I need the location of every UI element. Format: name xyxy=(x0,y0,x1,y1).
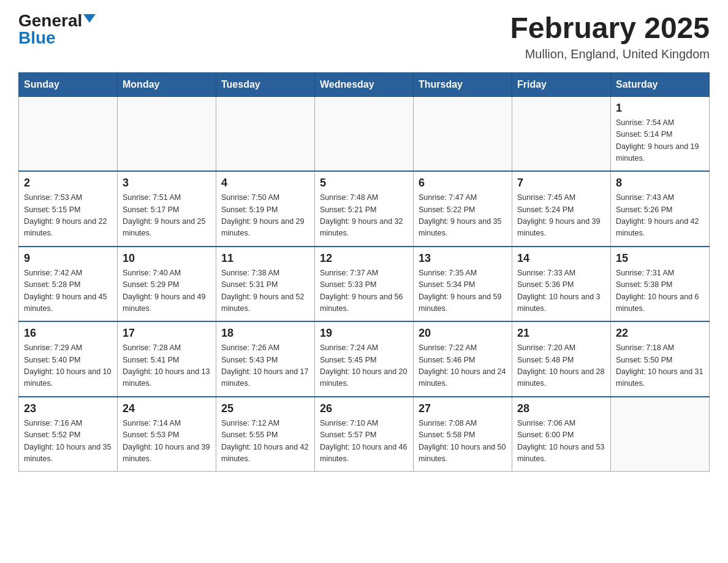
calendar-day-cell: 18Sunrise: 7:26 AMSunset: 5:43 PMDayligh… xyxy=(216,321,315,397)
day-number: 6 xyxy=(419,177,507,190)
day-number: 1 xyxy=(616,102,704,115)
day-number: 13 xyxy=(419,252,507,265)
calendar-day-cell: 3Sunrise: 7:51 AMSunset: 5:17 PMDaylight… xyxy=(118,171,216,247)
calendar-day-cell xyxy=(19,96,118,171)
day-info: Sunrise: 7:29 AMSunset: 5:40 PMDaylight:… xyxy=(24,342,112,390)
calendar-day-cell: 19Sunrise: 7:24 AMSunset: 5:45 PMDayligh… xyxy=(315,321,414,397)
calendar-week-row: 23Sunrise: 7:16 AMSunset: 5:52 PMDayligh… xyxy=(19,397,710,472)
header-monday: Monday xyxy=(118,72,216,96)
day-info: Sunrise: 7:37 AMSunset: 5:33 PMDaylight:… xyxy=(320,267,408,315)
day-number: 24 xyxy=(123,402,211,415)
day-info: Sunrise: 7:28 AMSunset: 5:41 PMDaylight:… xyxy=(123,342,211,390)
calendar-day-cell: 25Sunrise: 7:12 AMSunset: 5:55 PMDayligh… xyxy=(216,397,315,472)
logo-arrow-icon xyxy=(83,14,96,23)
calendar-day-cell: 15Sunrise: 7:31 AMSunset: 5:38 PMDayligh… xyxy=(611,247,710,322)
calendar-day-cell: 14Sunrise: 7:33 AMSunset: 5:36 PMDayligh… xyxy=(512,247,611,322)
day-info: Sunrise: 7:33 AMSunset: 5:36 PMDaylight:… xyxy=(517,267,605,315)
day-number: 18 xyxy=(221,327,309,340)
calendar-day-cell: 28Sunrise: 7:06 AMSunset: 6:00 PMDayligh… xyxy=(512,397,611,472)
calendar-day-cell: 21Sunrise: 7:20 AMSunset: 5:48 PMDayligh… xyxy=(512,321,611,397)
day-number: 17 xyxy=(123,327,211,340)
day-info: Sunrise: 7:54 AMSunset: 5:14 PMDaylight:… xyxy=(616,117,704,165)
calendar-day-cell: 2Sunrise: 7:53 AMSunset: 5:15 PMDaylight… xyxy=(19,171,118,247)
calendar-day-cell: 12Sunrise: 7:37 AMSunset: 5:33 PMDayligh… xyxy=(315,247,414,322)
day-info: Sunrise: 7:53 AMSunset: 5:15 PMDaylight:… xyxy=(24,192,112,240)
day-number: 19 xyxy=(320,327,408,340)
calendar-day-cell: 13Sunrise: 7:35 AMSunset: 5:34 PMDayligh… xyxy=(414,247,512,322)
calendar-day-cell xyxy=(512,96,611,171)
day-info: Sunrise: 7:31 AMSunset: 5:38 PMDaylight:… xyxy=(616,267,704,315)
calendar-week-row: 9Sunrise: 7:42 AMSunset: 5:28 PMDaylight… xyxy=(19,247,710,322)
day-number: 8 xyxy=(616,177,704,190)
calendar-subtitle: Mullion, England, United Kingdom xyxy=(510,47,710,61)
day-info: Sunrise: 7:22 AMSunset: 5:46 PMDaylight:… xyxy=(419,342,507,390)
day-number: 22 xyxy=(616,327,704,340)
header-sunday: Sunday xyxy=(19,72,118,96)
header-friday: Friday xyxy=(512,72,611,96)
weekday-header-row: Sunday Monday Tuesday Wednesday Thursday… xyxy=(19,72,710,96)
day-info: Sunrise: 7:42 AMSunset: 5:28 PMDaylight:… xyxy=(24,267,112,315)
calendar-day-cell: 1Sunrise: 7:54 AMSunset: 5:14 PMDaylight… xyxy=(611,96,710,171)
day-number: 10 xyxy=(123,252,211,265)
day-info: Sunrise: 7:08 AMSunset: 5:58 PMDaylight:… xyxy=(419,418,507,465)
day-info: Sunrise: 7:18 AMSunset: 5:50 PMDaylight:… xyxy=(616,342,704,390)
logo-blue: Blue xyxy=(18,29,56,47)
day-number: 9 xyxy=(24,252,112,265)
header-wednesday: Wednesday xyxy=(315,72,414,96)
calendar-day-cell: 5Sunrise: 7:48 AMSunset: 5:21 PMDaylight… xyxy=(315,171,414,247)
day-number: 15 xyxy=(616,252,704,265)
day-info: Sunrise: 7:35 AMSunset: 5:34 PMDaylight:… xyxy=(419,267,507,315)
day-number: 27 xyxy=(419,402,507,415)
header-saturday: Saturday xyxy=(611,72,710,96)
day-info: Sunrise: 7:47 AMSunset: 5:22 PMDaylight:… xyxy=(419,192,507,240)
day-number: 21 xyxy=(517,327,605,340)
calendar-day-cell xyxy=(118,96,216,171)
calendar-day-cell: 11Sunrise: 7:38 AMSunset: 5:31 PMDayligh… xyxy=(216,247,315,322)
day-number: 5 xyxy=(320,177,408,190)
day-info: Sunrise: 7:51 AMSunset: 5:17 PMDaylight:… xyxy=(123,192,211,240)
day-number: 11 xyxy=(221,252,309,265)
calendar-week-row: 1Sunrise: 7:54 AMSunset: 5:14 PMDaylight… xyxy=(19,96,710,171)
calendar-day-cell xyxy=(611,397,710,472)
calendar-day-cell: 6Sunrise: 7:47 AMSunset: 5:22 PMDaylight… xyxy=(414,171,512,247)
calendar-day-cell xyxy=(315,96,414,171)
calendar-day-cell: 10Sunrise: 7:40 AMSunset: 5:29 PMDayligh… xyxy=(118,247,216,322)
day-info: Sunrise: 7:10 AMSunset: 5:57 PMDaylight:… xyxy=(320,418,408,465)
day-info: Sunrise: 7:20 AMSunset: 5:48 PMDaylight:… xyxy=(517,342,605,390)
day-info: Sunrise: 7:14 AMSunset: 5:53 PMDaylight:… xyxy=(123,418,211,465)
calendar-week-row: 2Sunrise: 7:53 AMSunset: 5:15 PMDaylight… xyxy=(19,171,710,247)
calendar-day-cell xyxy=(414,96,512,171)
page-header: General Blue February 2025 Mullion, Engl… xyxy=(18,12,710,61)
calendar-day-cell: 27Sunrise: 7:08 AMSunset: 5:58 PMDayligh… xyxy=(414,397,512,472)
calendar-day-cell: 20Sunrise: 7:22 AMSunset: 5:46 PMDayligh… xyxy=(414,321,512,397)
day-number: 12 xyxy=(320,252,408,265)
day-number: 28 xyxy=(517,402,605,415)
calendar-day-cell xyxy=(216,96,315,171)
day-info: Sunrise: 7:16 AMSunset: 5:52 PMDaylight:… xyxy=(24,418,112,465)
day-number: 3 xyxy=(123,177,211,190)
day-number: 7 xyxy=(517,177,605,190)
day-info: Sunrise: 7:48 AMSunset: 5:21 PMDaylight:… xyxy=(320,192,408,240)
calendar-title: February 2025 xyxy=(510,12,710,45)
day-info: Sunrise: 7:06 AMSunset: 6:00 PMDaylight:… xyxy=(517,418,605,465)
title-section: February 2025 Mullion, England, United K… xyxy=(510,12,710,61)
logo-general: General xyxy=(18,12,82,29)
day-info: Sunrise: 7:43 AMSunset: 5:26 PMDaylight:… xyxy=(616,192,704,240)
day-info: Sunrise: 7:12 AMSunset: 5:55 PMDaylight:… xyxy=(221,418,309,465)
day-info: Sunrise: 7:50 AMSunset: 5:19 PMDaylight:… xyxy=(221,192,309,240)
day-number: 14 xyxy=(517,252,605,265)
day-info: Sunrise: 7:24 AMSunset: 5:45 PMDaylight:… xyxy=(320,342,408,390)
day-number: 16 xyxy=(24,327,112,340)
day-number: 25 xyxy=(221,402,309,415)
day-number: 23 xyxy=(24,402,112,415)
calendar-day-cell: 22Sunrise: 7:18 AMSunset: 5:50 PMDayligh… xyxy=(611,321,710,397)
calendar-day-cell: 24Sunrise: 7:14 AMSunset: 5:53 PMDayligh… xyxy=(118,397,216,472)
day-number: 4 xyxy=(221,177,309,190)
day-number: 2 xyxy=(24,177,112,190)
header-thursday: Thursday xyxy=(414,72,512,96)
header-tuesday: Tuesday xyxy=(216,72,315,96)
day-info: Sunrise: 7:26 AMSunset: 5:43 PMDaylight:… xyxy=(221,342,309,390)
calendar-day-cell: 8Sunrise: 7:43 AMSunset: 5:26 PMDaylight… xyxy=(611,171,710,247)
calendar-table: Sunday Monday Tuesday Wednesday Thursday… xyxy=(18,72,710,472)
calendar-day-cell: 17Sunrise: 7:28 AMSunset: 5:41 PMDayligh… xyxy=(118,321,216,397)
